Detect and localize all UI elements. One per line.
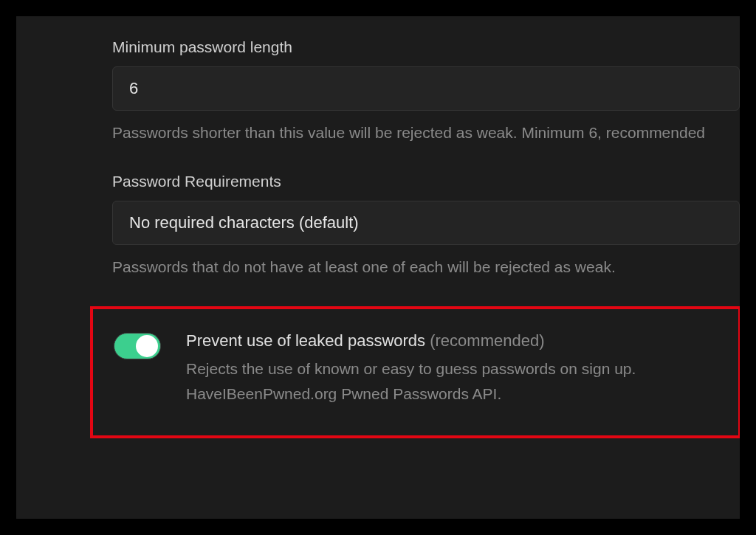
min-length-field: Minimum password length Passwords shorte… — [112, 38, 740, 145]
password-settings-panel: Minimum password length Passwords shorte… — [16, 16, 740, 519]
min-length-helper: Passwords shorter than this value will b… — [112, 121, 740, 145]
leaked-passwords-title-suffix: (recommended) — [430, 331, 544, 350]
password-requirements-select[interactable]: No required characters (default) — [112, 201, 740, 245]
toggle-knob — [136, 335, 158, 357]
leaked-passwords-section: Prevent use of leaked passwords (recomme… — [90, 306, 740, 438]
leaked-passwords-content: Prevent use of leaked passwords (recomme… — [186, 331, 724, 406]
password-requirements-helper: Passwords that do not have at least one … — [112, 255, 740, 279]
min-length-input[interactable] — [112, 66, 740, 111]
password-requirements-label: Password Requirements — [112, 173, 740, 190]
leaked-passwords-title: Prevent use of leaked passwords (recomme… — [186, 331, 724, 351]
leaked-passwords-title-text: Prevent use of leaked passwords — [186, 331, 425, 350]
leaked-passwords-toggle[interactable] — [114, 333, 161, 359]
min-length-label: Minimum password length — [112, 38, 740, 56]
password-requirements-field: Password Requirements No required charac… — [112, 173, 740, 279]
leaked-passwords-description: Rejects the use of known or easy to gues… — [186, 356, 724, 406]
